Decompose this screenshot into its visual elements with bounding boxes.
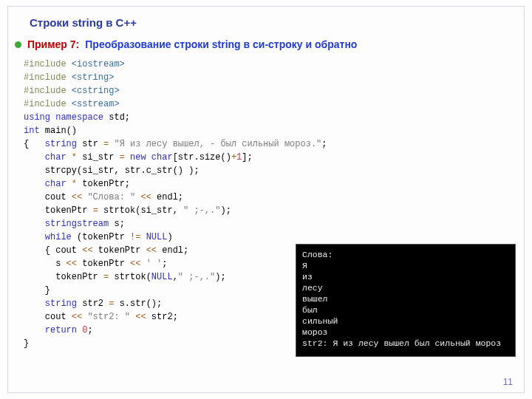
- example-description: Преобразование строки string в си-строку…: [85, 38, 357, 50]
- page-number: 11: [503, 377, 513, 387]
- slide-title: Строки string в С++: [30, 16, 137, 29]
- bullet-icon: [15, 41, 21, 48]
- example-heading: Пример 7: Преобразование строки string в…: [15, 38, 357, 50]
- console-output: Слова: Я из лесу вышел был сильный мороз…: [296, 244, 516, 357]
- code-block: #include <iostream> #include <string> #i…: [24, 58, 327, 350]
- example-number: Пример 7:: [27, 38, 79, 50]
